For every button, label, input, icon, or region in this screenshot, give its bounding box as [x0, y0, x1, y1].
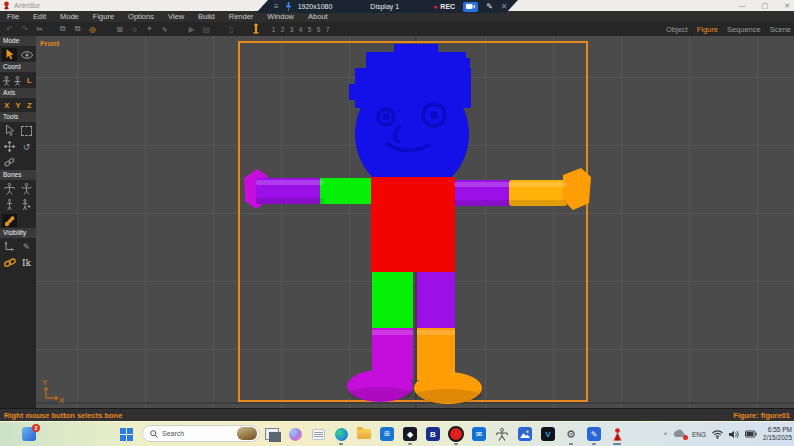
screen-coord-tool[interactable]: L	[25, 74, 34, 87]
close-button[interactable]: ✕	[784, 2, 790, 10]
menu-figure[interactable]: Figure	[86, 12, 121, 21]
copilot-icon[interactable]	[287, 426, 303, 442]
bone-scale-tool[interactable]	[2, 198, 17, 211]
paste-icon[interactable]: ⧉	[70, 24, 85, 34]
menu-mode[interactable]: Mode	[53, 12, 86, 21]
chain-link-tool[interactable]	[2, 156, 17, 169]
pin-icon[interactable]	[285, 2, 292, 11]
model-torso[interactable]	[371, 177, 455, 272]
recorder-app-icon[interactable]	[448, 426, 464, 442]
tab-object[interactable]: Object	[666, 25, 688, 34]
ik-chain-tool[interactable]	[2, 256, 17, 269]
bone-skeleton-move-tool[interactable]	[19, 182, 34, 195]
ik-label[interactable]: Ik	[19, 256, 34, 269]
skeleton-app-icon[interactable]	[494, 426, 510, 442]
battery-icon[interactable]	[745, 430, 757, 438]
menu-file[interactable]: File	[0, 12, 26, 21]
menu-build[interactable]: Build	[191, 12, 222, 21]
axis-y-button[interactable]: Y	[13, 100, 22, 111]
arrow-select-tool[interactable]	[2, 124, 17, 137]
undo-icon[interactable]: ↶	[2, 25, 17, 34]
render-flash-icon[interactable]: ϟ	[157, 25, 172, 34]
settings-gear-icon[interactable]: ⚙	[563, 426, 579, 442]
menu-window[interactable]: Window	[260, 12, 301, 21]
menu-options[interactable]: Options	[121, 12, 161, 21]
frame-7[interactable]: 7	[323, 26, 332, 33]
tab-figure[interactable]: Figure	[697, 25, 718, 34]
language-indicator[interactable]: ENG	[692, 431, 706, 438]
frame-6[interactable]: 6	[314, 26, 323, 33]
file-explorer-icon[interactable]	[356, 426, 372, 442]
axis-lock-tool[interactable]	[2, 240, 17, 253]
wifi-icon[interactable]	[712, 430, 723, 439]
b-app-icon[interactable]: B	[425, 426, 441, 442]
graph-icon[interactable]: ▤	[199, 25, 214, 34]
frame-1[interactable]: 1	[269, 26, 278, 33]
target-icon[interactable]: ◎	[85, 25, 100, 34]
annotate-pencil-icon[interactable]: ✎	[486, 2, 493, 11]
model-left-thigh[interactable]	[372, 272, 413, 330]
edge-icon[interactable]	[333, 426, 349, 442]
menu-edit[interactable]: Edit	[26, 12, 53, 21]
axis-x-button[interactable]: X	[2, 100, 11, 111]
pencil-tool[interactable]: ✎	[19, 240, 34, 253]
redo-icon[interactable]: ↷	[17, 25, 32, 34]
select-cursor-tool[interactable]	[2, 48, 17, 61]
search-highlight-image[interactable]	[237, 427, 257, 440]
search-box[interactable]: Search	[142, 425, 260, 442]
model-left-bicep[interactable]	[320, 178, 372, 204]
anim8or-taskbar-icon[interactable]	[609, 426, 625, 442]
notes-app-icon[interactable]	[310, 426, 326, 442]
bone-add-tool[interactable]	[19, 198, 34, 211]
edit-bone-tool[interactable]	[2, 214, 17, 227]
tab-scene[interactable]: Scene	[770, 25, 791, 34]
world-coord-tool[interactable]	[2, 74, 11, 87]
dropbox-icon[interactable]: ◆	[402, 426, 418, 442]
clock[interactable]: 6:55 PM 2/15/2025	[763, 426, 792, 443]
volume-icon[interactable]	[729, 430, 739, 439]
screen-recorder-overlay: ≡ 1920x1080 Display 1 ● REC ✎ ✕	[256, 0, 518, 13]
copy-icon[interactable]: ⧉	[55, 24, 70, 34]
rotate-tool[interactable]: ↺	[19, 140, 34, 153]
recorder-menu-icon[interactable]: ≡	[274, 2, 279, 11]
onedrive-cloud-icon[interactable]	[673, 429, 686, 439]
task-view-icon[interactable]	[264, 426, 280, 442]
widgets-icon[interactable]: 2	[22, 427, 36, 441]
cut-icon[interactable]: ✂	[32, 25, 47, 34]
model-right-hand[interactable]	[563, 168, 591, 210]
grid-view-icon[interactable]: ⊞	[112, 25, 127, 34]
minimize-button[interactable]: —	[739, 2, 746, 9]
menu-view[interactable]: View	[161, 12, 191, 21]
viewport-front[interactable]: Front Y X	[36, 36, 794, 408]
object-coord-tool[interactable]	[13, 74, 22, 87]
tray-chevron-icon[interactable]: ^	[664, 431, 667, 438]
character-model[interactable]	[36, 36, 794, 408]
v-app-icon[interactable]: V	[540, 426, 556, 442]
microsoft-store-icon[interactable]: ⊞	[379, 426, 395, 442]
box-select-tool[interactable]	[19, 124, 34, 137]
menu-about[interactable]: About	[301, 12, 335, 21]
camera-button[interactable]	[463, 2, 478, 12]
tab-sequence[interactable]: Sequence	[727, 25, 761, 34]
frame-4[interactable]: 4	[296, 26, 305, 33]
model-right-thigh[interactable]	[417, 272, 455, 330]
move-tool[interactable]	[2, 140, 17, 153]
start-button[interactable]	[120, 428, 133, 441]
axis-z-button[interactable]: Z	[25, 100, 34, 111]
menu-render[interactable]: Render	[222, 12, 261, 21]
frame-3[interactable]: 3	[287, 26, 296, 33]
maximize-button[interactable]: ▢	[762, 2, 769, 10]
bone-skeleton-tool[interactable]	[2, 182, 17, 195]
crosshair-icon[interactable]: ⌖	[142, 24, 157, 34]
outlook-icon[interactable]: ✉	[471, 426, 487, 442]
play-icon[interactable]: ▶	[184, 25, 199, 34]
ellipse-icon[interactable]: ○	[127, 25, 142, 34]
eye-visibility-tool[interactable]	[19, 48, 34, 61]
recorder-close-icon[interactable]: ✕	[501, 2, 508, 11]
photo-editor-icon[interactable]: ✎	[586, 426, 602, 442]
frame-2[interactable]: 2	[278, 26, 287, 33]
capsule-icon[interactable]: ▯	[224, 25, 239, 34]
frame-5[interactable]: 5	[305, 26, 314, 33]
bone-figure-icon[interactable]	[249, 23, 263, 35]
photos-icon[interactable]	[517, 426, 533, 442]
